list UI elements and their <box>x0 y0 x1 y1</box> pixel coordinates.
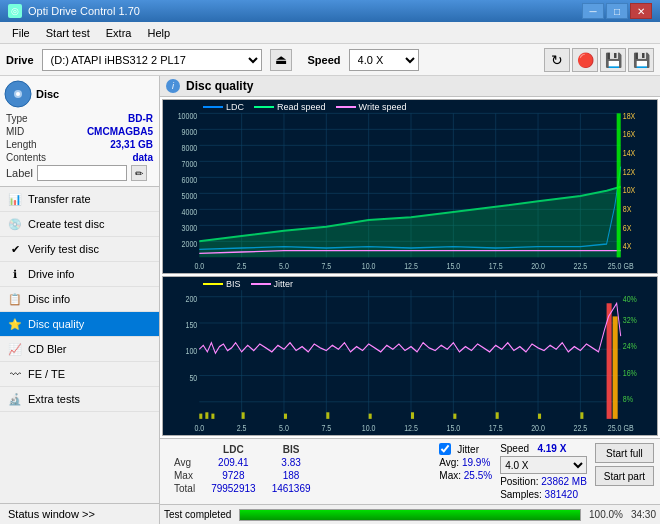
label-input[interactable] <box>37 165 127 181</box>
disc-quality-header: i Disc quality <box>160 76 660 97</box>
svg-text:10X: 10X <box>623 185 636 195</box>
disc-quality-label: Disc quality <box>28 318 84 330</box>
menu-start-test[interactable]: Start test <box>38 25 98 41</box>
contents-value: data <box>132 152 153 163</box>
max-label: Max <box>166 469 203 482</box>
col-bis: BIS <box>264 443 319 456</box>
progress-bar-fill <box>240 510 580 520</box>
svg-text:6000: 6000 <box>182 175 198 185</box>
svg-text:25.0 GB: 25.0 GB <box>608 423 634 433</box>
svg-rect-77 <box>538 414 541 419</box>
svg-text:6X: 6X <box>623 223 632 233</box>
menu-file[interactable]: File <box>4 25 38 41</box>
svg-text:25.0 GB: 25.0 GB <box>608 261 634 271</box>
svg-text:16X: 16X <box>623 129 636 139</box>
avg-ldc: 209.41 <box>203 456 264 469</box>
sidebar: Disc Type BD-R MID CMCMAGBA5 Length 23,3… <box>0 76 160 524</box>
content-area: i Disc quality LDC Read speed Write spee… <box>160 76 660 524</box>
speed-label: Speed <box>308 54 341 66</box>
chart1-legend: LDC Read speed Write speed <box>203 102 406 112</box>
sidebar-item-create-test-disc[interactable]: 💿 Create test disc <box>0 212 159 237</box>
bottom-status: Test completed 100.0% 34:30 <box>160 504 660 524</box>
start-part-button[interactable]: Start part <box>595 466 654 486</box>
toolbar-btn-4[interactable]: 💾 <box>628 48 654 72</box>
svg-text:5.0: 5.0 <box>279 423 289 433</box>
legend-write-speed: Write speed <box>359 102 407 112</box>
sidebar-item-cd-bler[interactable]: 📈 CD Bler <box>0 337 159 362</box>
sidebar-item-disc-info[interactable]: 📋 Disc info <box>0 287 159 312</box>
samples-row: Samples: 381420 <box>500 489 587 500</box>
close-button[interactable]: ✕ <box>630 3 652 19</box>
toolbar-btn-3[interactable]: 💾 <box>600 48 626 72</box>
eject-button[interactable]: ⏏ <box>270 49 292 71</box>
speed-output-select[interactable]: 4.0 X <box>500 456 587 474</box>
drive-select[interactable]: (D:) ATAPI iHBS312 2 PL17 <box>42 49 262 71</box>
drive-info-label: Drive info <box>28 268 74 280</box>
mid-label: MID <box>6 126 24 137</box>
sidebar-item-verify-test-disc[interactable]: ✔ Verify test disc <box>0 237 159 262</box>
jitter-avg: Avg: 19.9% <box>439 457 492 468</box>
svg-text:3000: 3000 <box>182 223 198 233</box>
svg-text:100: 100 <box>186 347 198 357</box>
svg-text:14X: 14X <box>623 148 636 158</box>
col-ldc: LDC <box>203 443 264 456</box>
svg-text:8X: 8X <box>623 204 632 214</box>
svg-text:7.5: 7.5 <box>321 261 331 271</box>
speed-select[interactable]: 4.0 X <box>349 49 419 71</box>
avg-label: Avg <box>166 456 203 469</box>
label-button[interactable]: ✏ <box>131 165 147 181</box>
type-value: BD-R <box>128 113 153 124</box>
charts-area: LDC Read speed Write speed <box>160 97 660 438</box>
status-window[interactable]: Status window >> <box>0 503 159 524</box>
jitter-max-val: 25.5% <box>464 470 492 481</box>
mid-value: CMCMAGBA5 <box>87 126 153 137</box>
sidebar-nav: 📊 Transfer rate 💿 Create test disc ✔ Ver… <box>0 187 159 503</box>
app-icon: ◎ <box>8 4 22 18</box>
sidebar-item-fe-te[interactable]: 〰 FE / TE <box>0 362 159 387</box>
toolbar-btn-1[interactable]: ↻ <box>544 48 570 72</box>
drive-bar: Drive (D:) ATAPI iHBS312 2 PL17 ⏏ Speed … <box>0 44 660 76</box>
type-label: Type <box>6 113 28 124</box>
cd-bler-icon: 📈 <box>8 342 22 356</box>
toolbar-btn-2[interactable]: 🔴 <box>572 48 598 72</box>
time-text: 34:30 <box>631 509 656 520</box>
svg-text:200: 200 <box>186 294 198 304</box>
sidebar-item-drive-info[interactable]: ℹ Drive info <box>0 262 159 287</box>
svg-text:12.5: 12.5 <box>404 261 418 271</box>
svg-rect-72 <box>326 413 329 420</box>
status-text: Test completed <box>164 509 231 520</box>
maximize-button[interactable]: □ <box>606 3 628 19</box>
disc-title: Disc <box>36 88 59 100</box>
sidebar-item-disc-quality[interactable]: ⭐ Disc quality <box>0 312 159 337</box>
jitter-checkbox[interactable] <box>439 443 451 455</box>
verify-test-disc-icon: ✔ <box>8 242 22 256</box>
svg-text:0.0: 0.0 <box>194 423 204 433</box>
svg-text:10000: 10000 <box>178 111 198 121</box>
svg-text:20.0: 20.0 <box>531 261 545 271</box>
svg-text:12X: 12X <box>623 167 636 177</box>
sidebar-item-transfer-rate[interactable]: 📊 Transfer rate <box>0 187 159 212</box>
svg-text:5.0: 5.0 <box>279 261 289 271</box>
chart1-container: LDC Read speed Write speed <box>162 99 658 274</box>
transfer-rate-icon: 📊 <box>8 192 22 206</box>
start-full-button[interactable]: Start full <box>595 443 654 463</box>
svg-text:9000: 9000 <box>182 127 198 137</box>
sidebar-item-extra-tests[interactable]: 🔬 Extra tests <box>0 387 159 412</box>
length-value: 23,31 GB <box>110 139 153 150</box>
svg-text:2000: 2000 <box>182 239 198 249</box>
chart2-legend: BIS Jitter <box>203 279 293 289</box>
svg-rect-80 <box>613 317 618 419</box>
jitter-section: Jitter <box>439 443 492 455</box>
menu-help[interactable]: Help <box>139 25 178 41</box>
svg-rect-70 <box>242 413 245 420</box>
disc-quality-header-icon: i <box>166 79 180 93</box>
chart1-svg: 10000 9000 8000 7000 6000 5000 4000 3000… <box>163 100 657 273</box>
svg-text:150: 150 <box>186 321 198 331</box>
jitter-avg-val: 19.9% <box>462 457 490 468</box>
stats-table: LDC BIS Avg 209.41 3.83 Max <box>166 443 431 495</box>
svg-rect-73 <box>369 414 372 419</box>
buttons-section: Start full Start part <box>595 443 654 486</box>
minimize-button[interactable]: ─ <box>582 3 604 19</box>
svg-text:7000: 7000 <box>182 159 198 169</box>
menu-extra[interactable]: Extra <box>98 25 140 41</box>
